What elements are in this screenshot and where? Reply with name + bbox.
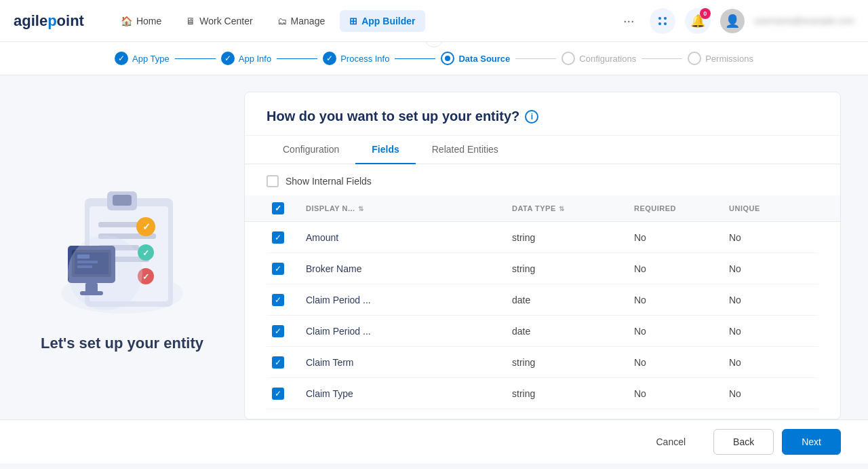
footer: Cancel Back Next (0, 419, 868, 464)
wizard-step-permissions[interactable]: Permissions (688, 52, 753, 65)
row-3-select: ✓ (267, 318, 300, 344)
wizard-step-data-source[interactable]: Data Source (441, 52, 510, 65)
sort-display-name-icon[interactable]: ⇅ (358, 205, 364, 212)
svg-point-0 (658, 17, 661, 20)
th-select: ✓ (267, 195, 300, 221)
step-label-data-source: Data Source (458, 54, 510, 64)
row-4-checkbox[interactable]: ✓ (272, 356, 284, 369)
left-caption: Let's set up your entity (41, 334, 203, 354)
tabs: Configuration Fields Related Entities (245, 136, 840, 164)
divider-1 (175, 58, 216, 59)
step-icon-app-info: ✓ (221, 52, 235, 65)
row-4-type: string (507, 350, 629, 375)
svg-point-27 (68, 236, 142, 310)
app-builder-icon: ⊞ (349, 16, 357, 26)
row-0-name: Amount (300, 225, 507, 250)
row-1-checkbox[interactable]: ✓ (272, 263, 284, 275)
monitor-icon: 🖥 (186, 16, 195, 26)
table-header: ✓ DISPLAY N... ⇅ DATA TYPE ⇅ REQUIRED UN (245, 195, 840, 222)
row-5-type: string (507, 381, 629, 406)
row-2-checkbox[interactable]: ✓ (272, 294, 284, 306)
row-0-type: string (507, 225, 629, 250)
nav-item-app-builder[interactable]: ⊞ App Builder (340, 10, 425, 32)
tab-fields[interactable]: Fields (355, 136, 415, 164)
logo-text: agilepoint (14, 12, 84, 30)
back-button[interactable]: Back (713, 429, 774, 455)
divider-4 (515, 58, 556, 59)
th-required: REQUIRED (629, 198, 724, 219)
home-icon: 🏠 (121, 16, 132, 26)
notification-badge: 0 (700, 8, 711, 19)
notifications-button[interactable]: 🔔 0 (685, 8, 711, 34)
select-all-checkbox[interactable]: ✓ (272, 202, 284, 214)
wizard-step-process-info[interactable]: ✓ Process Info (323, 52, 389, 65)
right-panel: How do you want to set up your entity? i… (244, 92, 841, 419)
logo[interactable]: agilepoint (14, 12, 84, 30)
row-4-unique: No (724, 350, 818, 375)
divider-3 (395, 58, 435, 59)
wizard-step-app-type[interactable]: ✓ App Type (115, 52, 170, 65)
sort-data-type-icon[interactable]: ⇅ (559, 205, 565, 212)
step-icon-configurations (561, 52, 575, 65)
top-navigation: agilepoint 🏠 Home 🖥 Work Center 🗂 Manage… (0, 0, 868, 42)
show-internal-checkbox[interactable] (267, 175, 279, 187)
user-icon: 👤 (725, 14, 740, 29)
svg-rect-8 (113, 195, 132, 206)
row-0-checkbox[interactable]: ✓ (272, 231, 284, 244)
step-label-permissions: Permissions (705, 54, 753, 64)
svg-point-3 (664, 22, 667, 25)
divider-2 (277, 58, 317, 59)
table-row: ✓ Claim Period ... date No No (267, 284, 818, 316)
table-row: ✓ Claim Type string No No (267, 378, 818, 409)
step-label-app-info: App Info (239, 54, 271, 64)
step-icon-process-info: ✓ (323, 52, 336, 65)
nav-right: ··· 🔔 0 👤 username@example.com (618, 8, 854, 34)
row-5-unique: No (724, 381, 818, 406)
row-1-select: ✓ (267, 256, 300, 282)
wizard-steps: ▲ ✓ App Type ✓ App Info ✓ Process Info D… (0, 42, 868, 75)
step-icon-data-source (441, 52, 454, 65)
next-button[interactable]: Next (782, 429, 841, 455)
table-row: ✓ Broker Name string No No (267, 253, 818, 284)
step-label-process-info: Process Info (340, 54, 389, 64)
info-icon[interactable]: i (525, 110, 538, 124)
row-4-name: Claim Term (300, 350, 507, 375)
table-row: ✓ Claim Term string No No (267, 347, 818, 378)
nav-label-home: Home (136, 16, 161, 26)
more-menu-button[interactable]: ··· (618, 10, 640, 31)
table-area: Show Internal Fields ✓ DISPLAY N... ⇅ DA… (245, 164, 840, 419)
show-internal-label: Show Internal Fields (285, 176, 372, 187)
cancel-button[interactable]: Cancel (636, 429, 705, 455)
wizard-step-configurations[interactable]: Configurations (561, 52, 636, 65)
row-3-checkbox[interactable]: ✓ (272, 325, 284, 337)
row-2-select: ✓ (267, 287, 300, 313)
row-3-type: date (507, 319, 629, 343)
nav-item-manage[interactable]: 🗂 Manage (268, 10, 335, 32)
table-body: ✓ Amount string No No ✓ Broker Name stri… (245, 222, 840, 418)
row-0-required: No (629, 225, 724, 250)
nav-items: 🏠 Home 🖥 Work Center 🗂 Manage ⊞ App Buil… (111, 10, 618, 32)
divider-5 (642, 58, 682, 59)
row-1-unique: No (724, 257, 818, 281)
tab-configuration[interactable]: Configuration (267, 136, 355, 164)
svg-point-2 (658, 22, 661, 25)
step-icon-permissions (688, 52, 701, 65)
apps-button[interactable] (650, 8, 675, 34)
svg-text:✓: ✓ (142, 221, 151, 232)
user-avatar[interactable]: 👤 (720, 9, 745, 33)
row-0-unique: No (724, 225, 818, 250)
svg-point-1 (664, 17, 667, 20)
row-1-name: Broker Name (300, 257, 507, 281)
nav-label-manage: Manage (291, 16, 326, 26)
row-2-name: Claim Period ... (300, 288, 507, 312)
wizard-step-app-info[interactable]: ✓ App Info (221, 52, 271, 65)
fields-table: ✓ DISPLAY N... ⇅ DATA TYPE ⇅ REQUIRED UN (245, 195, 840, 419)
tab-related-entities[interactable]: Related Entities (416, 136, 515, 164)
main-content: ✓ ✓ ✓ Let's set up your entity How do yo… (0, 75, 868, 419)
row-5-checkbox[interactable]: ✓ (272, 388, 284, 400)
row-2-required: No (629, 288, 724, 312)
nav-item-home[interactable]: 🏠 Home (111, 10, 171, 32)
nav-item-work-center[interactable]: 🖥 Work Center (176, 10, 262, 32)
step-icon-app-type: ✓ (115, 52, 128, 65)
username-display: username@example.com (754, 16, 854, 26)
